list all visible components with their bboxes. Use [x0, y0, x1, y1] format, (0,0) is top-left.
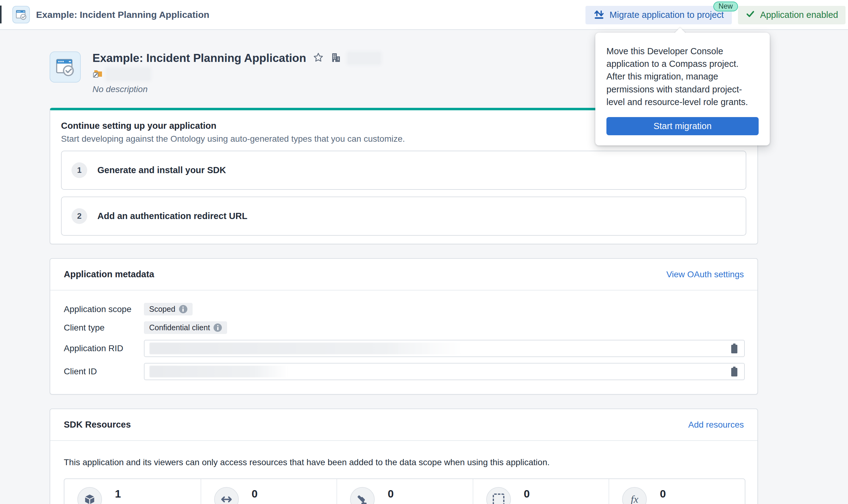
- folder-icon: [92, 68, 103, 80]
- start-migration-button[interactable]: Start migration: [607, 117, 759, 135]
- redacted-client-id: [149, 366, 288, 377]
- stat-value: 0: [387, 488, 435, 500]
- stat-action-types: 0 Action types: [337, 479, 473, 504]
- new-badge: New: [713, 2, 738, 12]
- view-oauth-settings-link[interactable]: View OAuth settings: [666, 270, 744, 280]
- redacted-application-rid: [149, 343, 461, 354]
- stat-object-type: 1 Object type: [65, 479, 201, 504]
- metadata-card-title: Application metadata: [64, 269, 154, 280]
- favorite-star-icon[interactable]: [313, 52, 324, 65]
- info-icon[interactable]: [214, 323, 222, 332]
- application-rid-field[interactable]: [144, 340, 745, 357]
- client-type-tag: Confidential client: [144, 321, 227, 334]
- stat-value: 0: [252, 488, 291, 500]
- redacted-organization-name: [348, 53, 380, 64]
- app-description: No description: [92, 85, 380, 94]
- client-id-label: Client ID: [64, 366, 144, 376]
- migrate-application-button[interactable]: Migrate application to project New: [585, 6, 732, 24]
- application-rid-label: Application RID: [64, 343, 144, 353]
- window-title: Example: Incident Planning Application: [36, 10, 209, 20]
- stat-link-types: 0 Link types: [201, 479, 337, 504]
- step-label: Generate and install your SDK: [97, 165, 226, 175]
- setup-step-generate-sdk[interactable]: 1 Generate and install your SDK: [61, 151, 746, 190]
- application-window-icon-large: [50, 51, 81, 83]
- application-metadata-card: Application metadata View OAuth settings…: [50, 258, 758, 395]
- step-number: 1: [72, 162, 87, 178]
- popover-text: Move this Developer Console application …: [607, 45, 759, 108]
- application-window-icon: [12, 6, 30, 23]
- redacted-project-path: [107, 68, 150, 80]
- stat-value: 0: [660, 488, 697, 500]
- organization-icon: [331, 52, 341, 64]
- stat-value: 0: [524, 488, 562, 500]
- scope-value: Scoped: [149, 305, 175, 313]
- stat-interfaces: 0 Interfaces: [473, 479, 609, 504]
- application-rid-row: Application RID: [64, 340, 745, 357]
- info-icon[interactable]: [179, 305, 187, 313]
- copy-rid-button[interactable]: [729, 342, 740, 355]
- resource-stats: 1 Object type 0: [64, 479, 745, 504]
- client-id-field[interactable]: [144, 363, 745, 380]
- sdk-card-title: SDK Resources: [64, 419, 131, 430]
- fx-icon: fx: [622, 487, 647, 504]
- cube-icon: [77, 487, 102, 504]
- application-scope-label: Application scope: [64, 304, 144, 314]
- status-label: Application enabled: [760, 10, 838, 20]
- left-edge-strip: [0, 5, 2, 23]
- application-enabled-status: Application enabled: [738, 6, 846, 24]
- topbar-actions: Migrate application to project New Appli…: [585, 0, 846, 30]
- copy-client-id-button[interactable]: [729, 365, 740, 378]
- migrate-icon: [594, 8, 605, 21]
- link-arrows-icon: [214, 487, 239, 504]
- add-resources-link[interactable]: Add resources: [688, 420, 744, 430]
- migration-popover: Move this Developer Console application …: [595, 33, 770, 145]
- client-type-label: Client type: [64, 323, 144, 333]
- project-location-link[interactable]: [92, 68, 380, 81]
- application-scope-tag: Scoped: [144, 303, 193, 316]
- stat-value: 1: [115, 488, 159, 500]
- application-scope-row: Application scope Scoped: [64, 303, 745, 316]
- setup-step-redirect-url[interactable]: 2 Add an authentication redirect URL: [61, 197, 746, 236]
- sdk-description: This application and its viewers can onl…: [64, 457, 745, 467]
- sdk-resources-card: SDK Resources Add resources This applica…: [50, 409, 758, 504]
- step-number: 2: [72, 208, 87, 224]
- check-icon: [745, 9, 755, 21]
- client-type-value: Confidential client: [149, 323, 210, 332]
- gavel-icon: [350, 487, 375, 504]
- dashed-square-icon: [486, 487, 511, 504]
- top-bar: Example: Incident Planning Application M…: [0, 0, 848, 30]
- client-type-row: Client type Confidential client: [64, 321, 745, 334]
- migrate-button-label: Migrate application to project: [610, 10, 724, 20]
- step-label: Add an authentication redirect URL: [97, 211, 248, 221]
- client-id-row: Client ID: [64, 363, 745, 380]
- page-title: Example: Incident Planning Application: [92, 52, 306, 65]
- stat-functions: fx 0 Functions: [609, 479, 745, 504]
